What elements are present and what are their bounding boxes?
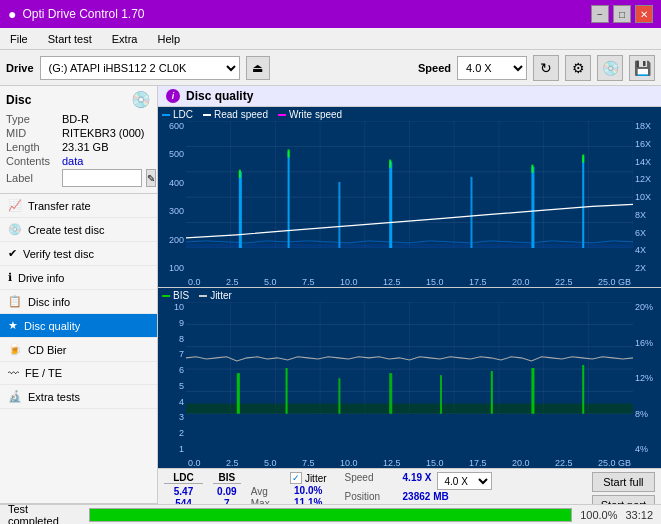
svg-rect-19 [338,182,340,248]
disc-quality-header: Disc quality [158,86,661,107]
svg-rect-49 [440,375,442,414]
top-chart-y-right: 18X 16X 14X 12X 10X 8X 6X 4X 2X [633,121,661,273]
eject-button[interactable]: ⏏ [246,56,270,80]
svg-rect-48 [389,373,392,414]
drive-select[interactable]: (G:) ATAPI iHBS112 2 CL0K [40,56,240,80]
toolbar: Drive (G:) ATAPI iHBS112 2 CL0K ⏏ Speed … [0,50,661,86]
mid-value: RITEKBR3 (000) [62,127,145,139]
svg-rect-52 [582,365,584,414]
disc-button[interactable]: 💿 [597,55,623,81]
disc-label-label: Label [6,172,58,184]
sidebar-item-disc-info[interactable]: 📋 Disc info [0,290,157,314]
sidebar-label-create-test-disc: Create test disc [28,224,104,236]
menu-help[interactable]: Help [151,31,186,47]
top-chart-x-axis: 0.0 2.5 5.0 7.5 10.0 12.5 15.0 17.5 20.0… [186,277,633,287]
length-label: Length [6,141,58,153]
sidebar-label-transfer-rate: Transfer rate [28,200,91,212]
svg-rect-47 [338,378,340,414]
drive-info-icon: ℹ [8,271,12,284]
svg-rect-45 [237,373,240,414]
title-bar: ● Opti Drive Control 1.70 − □ ✕ [0,0,661,28]
top-chart: LDC Read speed Write speed 600 500 40 [158,107,661,288]
type-label: Type [6,113,58,125]
settings-button[interactable]: ⚙ [565,55,591,81]
nav-items: 📈 Transfer rate 💿 Create test disc ✔ Ver… [0,194,157,409]
sidebar-label-cd-bier: CD Bier [28,344,67,356]
sidebar-item-disc-quality[interactable]: ★ Disc quality [0,314,157,338]
charts-area: LDC Read speed Write speed 600 500 40 [158,107,661,524]
jitter-legend-label: Jitter [210,290,232,301]
position-val: 23862 MB [403,491,449,502]
start-full-button[interactable]: Start full [592,472,655,492]
speed-select-stats[interactable]: 4.0 X [437,472,492,490]
svg-rect-24 [239,170,241,178]
ldc-legend-label: LDC [173,109,193,120]
svg-rect-20 [389,162,392,248]
disc-quality-icon: ★ [8,319,18,332]
position-label: Position [345,491,397,502]
sidebar-label-disc-info: Disc info [28,296,70,308]
bottom-chart-y-right: 20% 16% 12% 8% 4% [633,302,661,454]
main-content: Disc 💿 Type BD-R MID RITEKBR3 (000) Leng… [0,86,661,524]
write-speed-legend-label: Write speed [289,109,342,120]
sidebar-item-extra-tests[interactable]: 🔬 Extra tests [0,385,157,409]
verify-test-disc-icon: ✔ [8,247,17,260]
save-button[interactable]: 💾 [629,55,655,81]
progress-bar-section: Test completed 100.0% 33:12 [0,504,661,524]
type-value: BD-R [62,113,89,125]
sidebar-item-transfer-rate[interactable]: 📈 Transfer rate [0,194,157,218]
svg-rect-50 [491,371,493,414]
speed-select[interactable]: 4.0 X [457,56,527,80]
transfer-rate-icon: 📈 [8,199,22,212]
maximize-button[interactable]: □ [613,5,631,23]
speed-label: Speed [418,62,451,74]
bottom-chart: BIS Jitter 10 9 8 7 6 5 4 3 [158,288,661,468]
jitter-checkbox[interactable] [290,472,302,484]
sidebar-item-cd-bier[interactable]: 🍺 CD Bier [0,338,157,362]
refresh-button[interactable]: ↻ [533,55,559,81]
progress-time: 33:12 [625,509,653,521]
sidebar-label-disc-quality: Disc quality [24,320,80,332]
sidebar-label-drive-info: Drive info [18,272,64,284]
bis-legend-label: BIS [173,290,189,301]
bis-legend-dot [162,295,170,297]
ldc-col-header: LDC [164,472,203,484]
sidebar-item-create-test-disc[interactable]: 💿 Create test disc [0,218,157,242]
ldc-avg-val: 5.47 [164,486,203,497]
svg-rect-27 [531,165,533,173]
svg-rect-21 [470,177,472,248]
read-speed-legend-label: Read speed [214,109,268,120]
speed-info-val: 4.19 X [403,472,432,490]
disc-section-title: Disc [6,93,31,107]
disc-quality-header-icon [166,89,180,103]
label-edit-button[interactable]: ✎ [146,169,156,187]
jitter-legend-dot [199,295,207,297]
avg-label: Avg [251,486,272,497]
ldc-legend-dot [162,114,170,116]
disc-icon: 💿 [131,90,151,109]
bottom-chart-x-axis: 0.0 2.5 5.0 7.5 10.0 12.5 15.0 17.5 20.0… [186,458,633,468]
svg-rect-22 [531,167,534,248]
disc-info-icon: 📋 [8,295,22,308]
menu-extra[interactable]: Extra [106,31,144,47]
sidebar-item-fe-te[interactable]: 〰 FE / TE [0,362,157,385]
disc-label-input[interactable] [62,169,142,187]
progress-pct: 100.0% [580,509,617,521]
top-chart-y-left: 600 500 400 300 200 100 [158,121,186,273]
progress-bar-inner [90,509,571,521]
contents-value: data [62,155,83,167]
menu-file[interactable]: File [4,31,34,47]
create-test-disc-icon: 💿 [8,223,22,236]
disc-quality-title: Disc quality [186,89,253,103]
close-button[interactable]: ✕ [635,5,653,23]
minimize-button[interactable]: − [591,5,609,23]
sidebar-item-drive-info[interactable]: ℹ Drive info [0,266,157,290]
jitter-stats: Jitter 10.0% 11.1% [290,472,327,508]
fe-te-icon: 〰 [8,367,19,379]
sidebar-item-verify-test-disc[interactable]: ✔ Verify test disc [0,242,157,266]
menu-start-test[interactable]: Start test [42,31,98,47]
bottom-chart-legend: BIS Jitter [162,290,232,301]
sidebar-label-fe-te: FE / TE [25,367,62,379]
progress-bar-outer [89,508,572,522]
length-value: 23.31 GB [62,141,108,153]
